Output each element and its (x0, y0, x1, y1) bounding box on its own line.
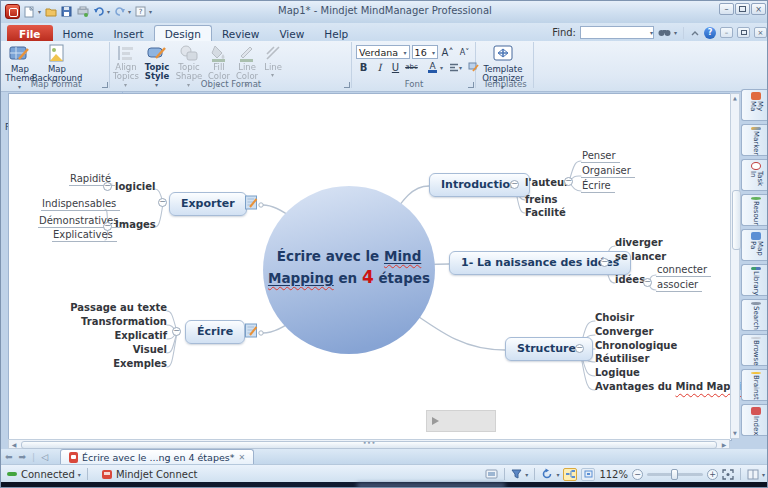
zoom-slider[interactable] (647, 473, 703, 476)
topic-exporter[interactable]: Exporter (169, 192, 247, 216)
filter-icon[interactable] (511, 469, 522, 479)
pane-tab-map-parts[interactable]: Map Pa (741, 229, 768, 261)
pane-tab-resources[interactable]: Resour (741, 194, 768, 226)
open-folder-icon[interactable] (44, 5, 57, 18)
subtopic[interactable]: se lancer (615, 251, 666, 262)
subtopic[interactable]: Facilité (525, 207, 566, 218)
collapse-control[interactable] (643, 278, 652, 287)
collapse-control[interactable] (172, 327, 181, 336)
horizontal-scroll-thumb[interactable] (21, 441, 717, 449)
subtopic[interactable]: Converger (595, 326, 653, 337)
help-icon[interactable]: ? (704, 27, 716, 39)
collapse-control[interactable] (103, 222, 112, 231)
balance-map-button[interactable] (563, 468, 577, 481)
save-icon[interactable] (60, 5, 73, 18)
collapse-control[interactable] (158, 198, 167, 207)
pane-tab-browser[interactable]: Browse (741, 334, 768, 366)
maximize-button[interactable] (735, 3, 750, 15)
pane-tab-search[interactable]: Search (741, 299, 768, 331)
pane-tab-my-maps[interactable]: My Ma (741, 89, 768, 121)
subtopic[interactable]: idées (615, 274, 645, 285)
subtopic[interactable]: Explicatif (65, 330, 167, 341)
subtopic[interactable]: Choisir (595, 312, 634, 323)
nav-back-icon[interactable]: ⬅ (5, 452, 13, 462)
text-align-icon[interactable] (449, 63, 459, 72)
zoom-in-button[interactable]: + (707, 469, 718, 480)
presentation-mode-icon[interactable] (485, 469, 498, 480)
font-color-button[interactable]: A (425, 60, 440, 74)
scroll-down-arrow[interactable]: ▼ (731, 429, 739, 438)
collapse-control[interactable] (600, 258, 609, 267)
scroll-left-arrow[interactable]: ◀ (9, 441, 19, 448)
page-layout-icon[interactable] (747, 469, 759, 480)
find-input[interactable]: ▾ (580, 26, 654, 39)
object-format-dialog-launcher[interactable] (344, 82, 350, 88)
binoculars-icon[interactable] (658, 28, 671, 37)
collapse-control[interactable] (103, 182, 112, 191)
subtopic[interactable]: l'auteur (525, 177, 569, 188)
fit-to-window-icon[interactable] (722, 469, 734, 480)
pane-tab-library[interactable]: Library (741, 264, 768, 296)
strikethrough-button[interactable]: abc (404, 60, 419, 74)
connected-label[interactable]: Connected (21, 469, 75, 480)
shrink-font-button[interactable]: A˅ (457, 45, 472, 59)
filter-dropdown-arrow[interactable]: ▾ (525, 471, 528, 478)
notes-icon[interactable] (245, 195, 258, 210)
subtopic[interactable]: diverger (615, 237, 663, 248)
undo-icon[interactable] (92, 5, 105, 18)
notes-icon[interactable] (245, 323, 258, 338)
nav-forward-icon[interactable]: ➡ (19, 452, 27, 462)
grow-font-button[interactable]: A˄ (440, 45, 455, 59)
new-document-icon[interactable] (23, 5, 36, 18)
pane-tab-task-info[interactable]: Task In (741, 159, 768, 191)
sync-icon[interactable] (541, 468, 553, 480)
collapse-control[interactable] (564, 177, 573, 186)
text-align-dropdown-arrow[interactable]: ▾ (459, 64, 462, 71)
scroll-right-arrow[interactable]: ▶ (719, 441, 729, 448)
vertical-scroll-thumb[interactable] (732, 190, 741, 250)
bold-button[interactable]: B (356, 60, 371, 74)
subtopic[interactable]: Logique (595, 367, 640, 378)
tab-close-icon[interactable]: ✕ (238, 453, 245, 462)
new-dropdown-arrow[interactable]: ▾ (38, 8, 41, 15)
subtopic[interactable]: Écrire (581, 180, 615, 193)
page-layout-dropdown-arrow[interactable]: ▾ (762, 471, 765, 478)
mindjet-connect-label[interactable]: Mindjet Connect (116, 469, 197, 480)
find-input-dropdown-arrow[interactable]: ▾ (650, 29, 653, 36)
collapse-control[interactable] (510, 180, 519, 189)
minimize-button[interactable]: – (719, 3, 734, 15)
collapse-control[interactable] (575, 344, 584, 353)
subtopic[interactable]: Organiser (581, 165, 635, 178)
minimize-ribbon-icon[interactable] (690, 29, 700, 37)
zoom-out-button[interactable]: − (632, 469, 643, 480)
map-format-dialog-launcher[interactable] (102, 82, 108, 88)
font-dialog-launcher[interactable] (468, 82, 474, 88)
font-family-select[interactable]: Verdana▾ (356, 45, 410, 59)
vertical-scrollbar[interactable]: ▲ ▼ (730, 93, 740, 439)
connected-dropdown-arrow[interactable]: ▾ (78, 471, 81, 478)
tab-scroll-left-icon[interactable]: ◁ (41, 452, 48, 462)
subtopic[interactable]: freins (525, 194, 558, 205)
subtopic[interactable]: connecter (656, 264, 711, 277)
mindmanager-logo-icon[interactable] (5, 4, 20, 19)
subtopic[interactable]: Transformation (65, 316, 167, 327)
subtopic[interactable]: Indispensables (41, 198, 120, 211)
map-canvas[interactable]: Écrire avec le Mind Mapping en 4 étapes … (8, 93, 732, 441)
subtopic[interactable]: Penser (581, 150, 620, 163)
font-size-select[interactable]: 16▾ (412, 45, 438, 59)
subtopic[interactable]: Exemples (65, 358, 167, 369)
subtopic[interactable]: Visuel (65, 344, 167, 355)
subtopic[interactable]: Réutiliser (595, 353, 649, 364)
document-minimize-button[interactable]: – (720, 27, 733, 38)
fit-map-button[interactable] (581, 468, 595, 481)
print-icon[interactable] (76, 5, 89, 18)
central-topic[interactable]: Écrire avec le Mind Mapping en 4 étapes (237, 246, 461, 289)
document-tab[interactable]: Écrire avec le ...ng en 4 étapes* ✕ (60, 449, 254, 464)
zoom-slider-thumb[interactable] (671, 469, 678, 480)
undo-dropdown-arrow[interactable]: ▾ (107, 8, 110, 15)
find-options-dropdown-arrow[interactable]: ▾ (674, 29, 677, 36)
scroll-up-arrow[interactable]: ▲ (731, 94, 739, 103)
subtopic[interactable]: Passage au texte (65, 302, 167, 313)
horizontal-scrollbar[interactable]: ◀ ▶ (8, 439, 730, 449)
pane-tab-index[interactable]: Index (741, 404, 768, 436)
